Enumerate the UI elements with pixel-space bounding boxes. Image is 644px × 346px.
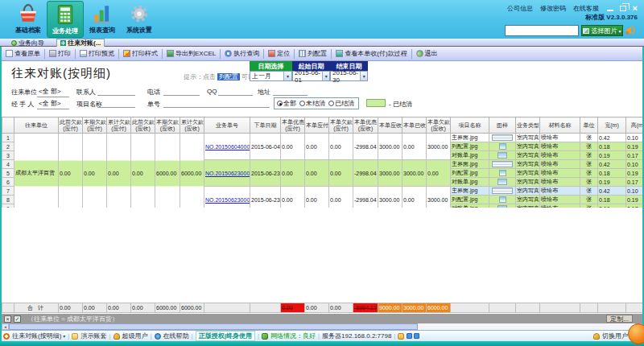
- horn-icon[interactable]: [625, 24, 638, 35]
- tab-business-wizard[interactable]: 业务向导: [8, 39, 47, 47]
- column-header[interactable]: 材料名称: [540, 117, 580, 134]
- customize-button[interactable]: 定制...: [606, 315, 633, 323]
- column-header[interactable]: 本单优惠(应收): [353, 117, 378, 134]
- current-user[interactable]: 超级用户: [114, 332, 148, 340]
- assistant-floating-button[interactable]: [628, 323, 644, 344]
- column-header[interactable]: 本单应付: [305, 117, 329, 134]
- toolbar-button-4[interactable]: 导出到EXCEL: [164, 48, 218, 60]
- nav-item-settings[interactable]: 系统设置: [121, 1, 158, 38]
- end-date-select[interactable]: 2015-06-30▾: [330, 71, 368, 81]
- thumbnail-cell[interactable]: [489, 204, 516, 208]
- tab-reconciliation[interactable]: 往来对账(...: [56, 39, 105, 47]
- horizontal-scrollbar[interactable]: ◂ ▸: [2, 323, 642, 330]
- start-date-select[interactable]: 2015-06-01▾: [292, 71, 330, 81]
- phone-input[interactable]: [163, 87, 200, 96]
- column-config-link[interactable]: 列配置: [217, 73, 240, 80]
- unit-filter-value[interactable]: <全 部>: [37, 87, 69, 97]
- thumbnail-cell[interactable]: [489, 178, 516, 187]
- switch-user-button[interactable]: 切换用户: [593, 332, 628, 340]
- thumbnail-image[interactable]: [497, 152, 507, 159]
- thumbnail-image[interactable]: [497, 179, 507, 185]
- date-preset-select[interactable]: 上一月▾: [250, 71, 292, 81]
- thumbnail-image[interactable]: [499, 143, 506, 150]
- thumbnail-image[interactable]: [499, 170, 506, 176]
- nav-item-business[interactable]: 业务处理: [47, 1, 84, 38]
- thumbnail-cell[interactable]: [489, 196, 516, 204]
- order-link[interactable]: NO.201506230002: [205, 171, 250, 176]
- apply-filter-checkbox[interactable]: ✓: [14, 315, 21, 323]
- search-input[interactable]: [505, 25, 579, 36]
- column-header[interactable]: 下单日期: [250, 117, 281, 134]
- toolbar-button-3[interactable]: 打印样式: [121, 48, 160, 60]
- column-header[interactable]: 本期欠款(应付): [83, 117, 107, 134]
- column-header[interactable]: 往来单位: [14, 117, 59, 134]
- toolbar-button-2[interactable]: 打印预览: [77, 48, 117, 60]
- column-header[interactable]: 本单应收: [378, 117, 402, 134]
- project-input[interactable]: [97, 99, 135, 108]
- chat-links[interactable]: [398, 333, 421, 340]
- toolbar-button-8[interactable]: 查看本单收(付)款过程: [333, 48, 409, 60]
- thumbnail-cell[interactable]: [489, 160, 516, 169]
- order-link[interactable]: NO.201506230003: [205, 197, 250, 203]
- column-header[interactable]: 此前欠款(应收): [131, 117, 155, 134]
- report-selector[interactable]: 往来对账(按明细)▾: [3, 332, 65, 340]
- thumbnail-image[interactable]: [497, 205, 507, 208]
- column-header[interactable]: 业务类型: [516, 117, 540, 134]
- column-header[interactable]: 项目名称: [451, 117, 489, 134]
- restore-button[interactable]: [620, 6, 626, 11]
- nav-item-base-data[interactable]: 基础档案: [10, 1, 47, 38]
- contact-input[interactable]: [97, 87, 135, 96]
- column-header[interactable]: 本单已收: [402, 117, 427, 134]
- thumbnail-image[interactable]: [492, 134, 513, 141]
- chevron-down-icon[interactable]: ▾: [322, 72, 329, 80]
- thumbnail-image[interactable]: [492, 161, 513, 167]
- chevron-down-icon[interactable]: ▾: [283, 72, 291, 80]
- order-link[interactable]: NO.201506040001: [205, 144, 250, 150]
- column-header[interactable]: 单位: [580, 117, 598, 134]
- toolbar-button-0[interactable]: 查看原单: [3, 48, 43, 60]
- account-set[interactable]: 演示账套: [72, 332, 106, 340]
- thumbnail-cell[interactable]: [489, 134, 516, 142]
- nav-item-reports[interactable]: 报表查询: [84, 1, 121, 38]
- select-image-button[interactable]: 选择图片 ▾: [581, 25, 623, 36]
- thumbnail-cell[interactable]: [489, 187, 516, 196]
- column-header[interactable]: 本期欠款(应收): [155, 117, 180, 134]
- column-header[interactable]: 业务单号: [204, 117, 250, 134]
- column-header[interactable]: 本单优惠(应付): [281, 117, 305, 134]
- toolbar-button-5[interactable]: 执行查询: [222, 48, 262, 60]
- radio-all[interactable]: 全部: [277, 99, 296, 108]
- toolbar-button-9[interactable]: 退出: [414, 48, 440, 60]
- minimize-button[interactable]: [607, 10, 613, 11]
- address-input[interactable]: [273, 87, 308, 96]
- column-header[interactable]: 本单欠款(应收): [427, 117, 451, 134]
- column-header[interactable]: 本单欠款(应付): [329, 117, 353, 134]
- qq-input[interactable]: [218, 87, 253, 96]
- company-info-link[interactable]: 公司信息: [507, 4, 533, 13]
- column-header[interactable]: 累计欠款(应收): [180, 117, 204, 134]
- thumbnail-cell[interactable]: [489, 169, 516, 178]
- thumbnail-cell[interactable]: [489, 151, 516, 160]
- radio-unsettled[interactable]: 未结清: [299, 99, 325, 108]
- toolbar-button-7[interactable]: 列配置: [296, 48, 329, 60]
- order-input[interactable]: [163, 99, 270, 108]
- thumbnail-image[interactable]: [492, 187, 513, 194]
- close-button[interactable]: ×: [633, 4, 638, 12]
- column-header[interactable]: 图样: [489, 117, 516, 134]
- handler-filter-value[interactable]: <全 部>: [37, 99, 69, 109]
- online-service-link[interactable]: 在线客服: [573, 4, 599, 13]
- toolbar-button-1[interactable]: 打印: [47, 48, 73, 60]
- column-header[interactable]: [2, 117, 14, 134]
- column-header[interactable]: 宽(m): [598, 117, 626, 134]
- chevron-down-icon[interactable]: ▾: [360, 72, 367, 80]
- clear-filter-button[interactable]: ×: [4, 315, 11, 323]
- column-header[interactable]: 此前欠款(应付): [59, 117, 83, 134]
- online-help[interactable]: 在线帮助: [155, 332, 189, 340]
- thumbnail-cell[interactable]: [489, 142, 516, 151]
- column-header[interactable]: 累计欠款(应付): [107, 117, 131, 134]
- column-header[interactable]: 高(m): [626, 117, 644, 134]
- thumbnail-image[interactable]: [499, 196, 506, 203]
- change-password-link[interactable]: 修改密码: [540, 4, 566, 13]
- scrollbar-thumb[interactable]: [9, 323, 418, 330]
- radio-settled[interactable]: 已结清: [328, 99, 354, 108]
- scroll-left-arrow[interactable]: ◂: [2, 323, 9, 330]
